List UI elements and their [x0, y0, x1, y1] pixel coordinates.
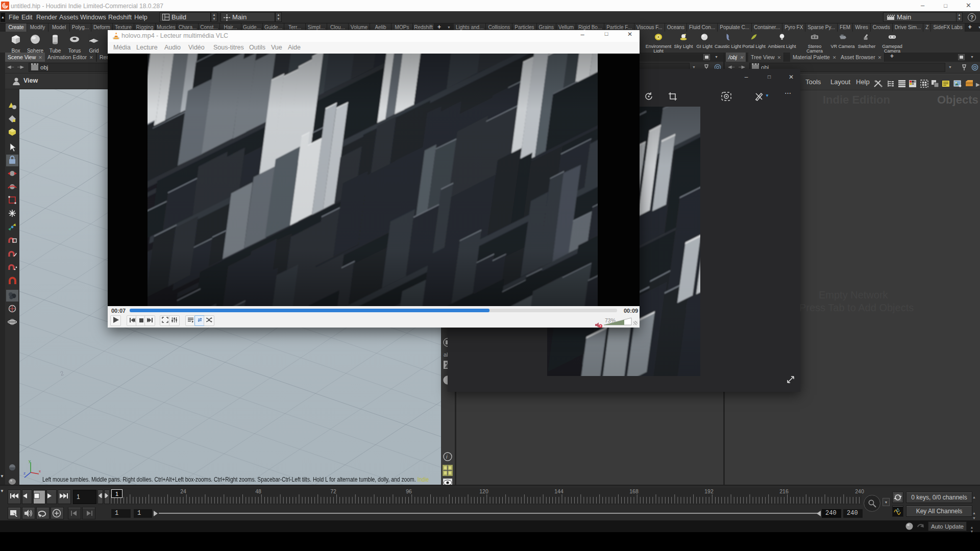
svg-text:x: x	[39, 469, 41, 473]
svg-text:z: z	[23, 471, 26, 475]
svg-text:i: i	[446, 454, 448, 460]
svg-text:y: y	[29, 459, 31, 463]
